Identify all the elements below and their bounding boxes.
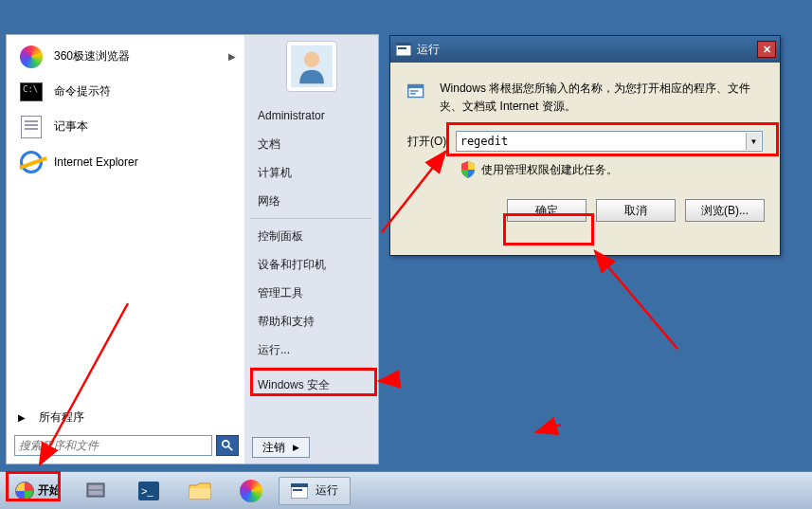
pinned-app-ie[interactable]: Internet Explorer (10, 144, 243, 179)
pinned-app-label: 命令提示符 (54, 83, 111, 100)
item-label: 管理工具 (258, 285, 303, 301)
network-item[interactable]: 网络 (244, 187, 378, 215)
svg-rect-19 (293, 489, 302, 491)
all-programs[interactable]: ▶ 所有程序 (10, 403, 243, 431)
username-label: Administrator (258, 109, 325, 122)
svg-rect-6 (398, 47, 406, 49)
close-icon: ✕ (763, 44, 771, 56)
taskbar-pinned-explorer[interactable] (176, 477, 224, 505)
submenu-arrow-icon: ▶ (228, 51, 236, 62)
run-task-label: 运行 (316, 482, 338, 499)
360-icon (240, 480, 262, 502)
svg-rect-8 (408, 84, 424, 88)
run-button-row: 确定 取消 浏览(B)... (390, 190, 780, 235)
run-description-text: Windows 将根据您所输入的名称，为您打开相应的程序、文件夹、文档或 Int… (440, 80, 763, 116)
search-button[interactable] (216, 435, 239, 456)
ok-button[interactable]: 确定 (507, 199, 586, 222)
item-label: 控制面板 (258, 228, 303, 245)
svg-rect-16 (189, 488, 210, 499)
devices-printers-item[interactable]: 设备和打印机 (244, 250, 378, 279)
cancel-button[interactable]: 取消 (596, 199, 676, 222)
pinned-app-cmd[interactable]: C:\ 命令提示符 (10, 74, 243, 109)
run-open-row: 打开(O): ▼ (407, 131, 763, 152)
svg-rect-18 (291, 483, 308, 487)
svg-rect-13 (89, 491, 102, 495)
run-titlebar[interactable]: 运行 ✕ (390, 36, 780, 63)
pinned-app-360browser[interactable]: 360极速浏览器 ▶ (10, 39, 243, 74)
taskbar-pinned-360browser[interactable] (227, 477, 275, 505)
run-title-text: 运行 (417, 42, 440, 58)
logout-button[interactable]: 注销 ▶ (252, 437, 310, 458)
windows-orb-icon (15, 482, 34, 500)
taskbar-pinned-server-manager[interactable] (74, 477, 121, 505)
admin-text: 使用管理权限创建此任务。 (481, 162, 618, 178)
item-label: 计算机 (258, 165, 292, 181)
computer-item[interactable]: 计算机 (244, 158, 378, 187)
svg-line-21 (379, 379, 400, 381)
separator (250, 218, 372, 219)
taskbar-pinned-powershell[interactable]: >_ (125, 477, 172, 505)
all-programs-label: 所有程序 (39, 409, 84, 426)
svg-rect-9 (410, 90, 419, 91)
cmd-icon: C:\ (18, 79, 45, 105)
dropdown-button[interactable]: ▼ (746, 133, 761, 150)
item-label: Windows 安全 (258, 377, 330, 393)
svg-line-22 (595, 251, 677, 349)
help-support-item[interactable]: 帮助和支持 (244, 307, 378, 336)
documents-item[interactable]: 文档 (244, 130, 378, 158)
svg-point-3 (303, 51, 319, 66)
pinned-app-label: 360极速浏览器 (54, 48, 130, 64)
item-label: 运行... (258, 342, 290, 358)
start-label: 开始 (38, 482, 61, 499)
run-program-icon (407, 80, 426, 102)
control-panel-item[interactable]: 控制面板 (244, 222, 378, 250)
svg-rect-5 (396, 43, 411, 45)
item-label: 帮助和支持 (258, 314, 315, 330)
run-task-icon (291, 483, 308, 499)
run-input[interactable] (456, 131, 763, 152)
svg-line-23 (536, 425, 561, 432)
run-title-icon (396, 43, 411, 56)
pinned-app-label: Internet Explorer (54, 155, 138, 169)
user-avatar-icon (291, 45, 333, 87)
search-row (10, 431, 243, 460)
svg-line-1 (228, 446, 232, 450)
item-label: 设备和打印机 (258, 257, 326, 273)
item-label: 网络 (258, 193, 280, 209)
admin-privileges-note: 使用管理权限创建此任务。 (460, 161, 763, 178)
chevron-down-icon: ▼ (750, 137, 758, 146)
separator (250, 367, 372, 368)
explorer-icon (188, 480, 212, 502)
svg-text:>_: >_ (141, 485, 153, 497)
taskbar: 开始 >_ 运行 (0, 471, 812, 509)
logout-row: 注销 ▶ (244, 431, 378, 464)
shield-icon (460, 161, 476, 178)
notepad-icon (18, 114, 45, 140)
start-button[interactable]: 开始 (6, 477, 70, 505)
item-label: 文档 (258, 136, 280, 153)
search-icon (221, 439, 234, 452)
run-body: Windows 将根据您所输入的名称，为您打开相应的程序、文件夹、文档或 Int… (390, 63, 780, 190)
svg-rect-12 (89, 485, 102, 489)
admin-tools-item[interactable]: 管理工具 (244, 279, 378, 307)
run-description-row: Windows 将根据您所输入的名称，为您打开相应的程序、文件夹、文档或 Int… (407, 80, 763, 116)
start-menu: 360极速浏览器 ▶ C:\ 命令提示符 记事本 Internet Explor… (6, 34, 379, 464)
close-button[interactable]: ✕ (757, 41, 776, 58)
powershell-icon: >_ (136, 480, 161, 502)
run-input-wrapper: ▼ (456, 131, 763, 152)
browse-button[interactable]: 浏览(B)... (685, 199, 765, 222)
windows-security-item[interactable]: Windows 安全 (244, 371, 378, 399)
user-picture-frame[interactable] (286, 41, 337, 92)
triangle-icon: ▶ (18, 412, 26, 423)
logout-label: 注销 (262, 440, 285, 456)
open-label: 打开(O): (407, 134, 450, 150)
run-item[interactable]: 运行... (244, 336, 378, 364)
360-icon (18, 44, 45, 70)
username-item[interactable]: Administrator (244, 101, 378, 130)
taskbar-task-run[interactable]: 运行 (279, 477, 351, 505)
start-menu-left-column: 360极速浏览器 ▶ C:\ 命令提示符 记事本 Internet Explor… (7, 35, 244, 464)
start-menu-right-column: Administrator 文档 计算机 网络 控制面板 设备和打印机 管理工具… (244, 35, 378, 464)
search-input[interactable] (14, 435, 212, 456)
pinned-app-notepad[interactable]: 记事本 (10, 109, 243, 144)
svg-rect-10 (410, 93, 416, 94)
